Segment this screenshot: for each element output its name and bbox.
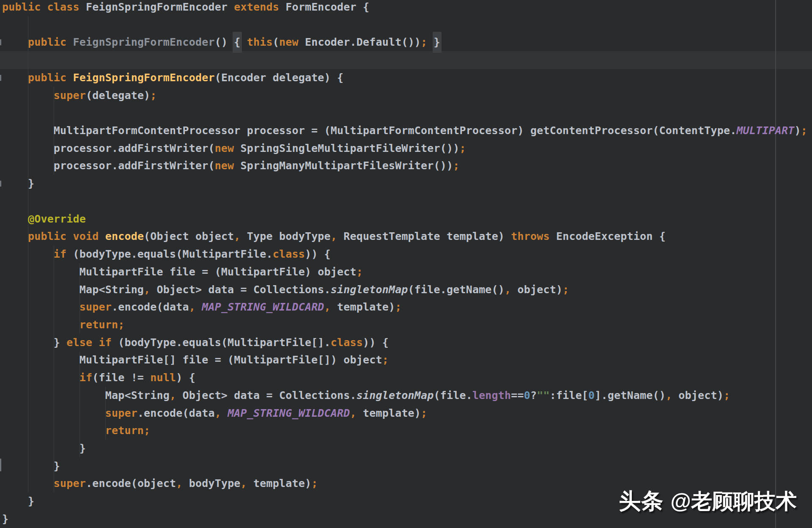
code-token: ,: [170, 389, 176, 402]
code-token: ,: [234, 230, 240, 242]
code-token: SpringSingleMultipartFileWriter()): [234, 142, 459, 154]
code-token: ,: [189, 301, 195, 313]
code-line-25: return;: [0, 422, 812, 440]
code-line-4: [0, 51, 812, 69]
code-token: if: [80, 371, 92, 384]
code-token: MAP_STRING_WILDCARD: [202, 301, 324, 313]
code-token: ;: [724, 389, 730, 402]
code-token: 0: [588, 389, 595, 402]
code-token: ,: [350, 407, 357, 419]
code-token: new: [279, 36, 299, 48]
code-token: (file.getName(): [408, 283, 505, 296]
code-token: length: [472, 389, 511, 402]
code-token: ,: [176, 477, 182, 490]
code-line-24: super.encode(data, MAP_STRING_WILDCARD, …: [0, 404, 812, 422]
code-line-21: MultipartFile[] file = (MultipartFile[])…: [0, 351, 812, 369]
code-token: template): [247, 477, 311, 490]
ide-editor: public class FeignSpringFormEncoder exte…: [0, 0, 812, 528]
code-line-12: [0, 192, 812, 210]
code-token: ==: [511, 389, 524, 402]
code-token: ) {: [176, 371, 195, 384]
code-token: Object> data = Collections.: [176, 389, 356, 402]
code-line-23: Map<String, Object> data = Collections.s…: [0, 387, 812, 404]
watermark: 头条 @老顾聊技术: [619, 487, 797, 516]
code-token: public void: [28, 230, 105, 242]
watermark-badge: 头条: [619, 487, 664, 516]
code-token: throws: [511, 230, 549, 242]
code-token: class: [273, 248, 305, 260]
code-token: MultipartFormContentProcessor processor …: [2, 124, 736, 137]
code-line-22: if(file != null) {: [0, 369, 812, 387]
code-token: }: [2, 336, 66, 349]
code-token: ;: [150, 89, 156, 102]
code-line-10: processor.addFirstWriter(new SpringManyM…: [0, 157, 812, 175]
code-token: template): [331, 301, 395, 313]
code-token: }: [2, 460, 60, 472]
code-token: ].getName(): [595, 389, 666, 402]
code-token: (: [273, 36, 279, 48]
code-line-11: }: [0, 175, 812, 192]
code-token: [2, 230, 28, 242]
code-area[interactable]: public class FeignSpringFormEncoder exte…: [0, 0, 812, 528]
code-token: if: [54, 248, 66, 260]
code-token: }: [2, 495, 34, 507]
code-token: ,: [241, 477, 247, 490]
code-token: ,: [666, 389, 672, 402]
code-token: return;: [105, 424, 151, 437]
code-token: [2, 407, 105, 419]
code-token: ;: [421, 407, 427, 419]
code-token: return;: [80, 319, 125, 331]
code-token: .encode(data: [137, 407, 215, 419]
code-token: (delegate): [86, 89, 150, 102]
code-token: super: [80, 301, 112, 313]
code-token: )) {: [305, 248, 331, 260]
code-token: Map<String: [2, 389, 170, 402]
code-token: }: [2, 442, 86, 454]
code-token: new: [215, 142, 234, 154]
code-line-17: Map<String, Object> data = Collections.s…: [0, 281, 812, 299]
watermark-handle: @老顾聊技术: [670, 487, 797, 516]
code-token: (Object object: [144, 230, 234, 242]
code-token: [2, 477, 54, 490]
code-line-7: [0, 104, 812, 122]
code-token: [221, 407, 228, 419]
code-token: singletonMap: [331, 283, 408, 296]
code-token: ;: [357, 266, 363, 278]
code-token: processor.addFirstWriter(: [2, 142, 215, 154]
code-token: }: [433, 32, 442, 53]
code-token: ;: [801, 124, 807, 137]
code-line-5: public FeignSpringFormEncoder(Encoder de…: [0, 69, 812, 87]
code-token: RequestTemplate template): [337, 230, 511, 242]
code-token: ,: [505, 283, 511, 296]
code-token: super: [105, 407, 137, 419]
code-token: .encode(data: [112, 301, 189, 313]
code-token: else if: [66, 336, 112, 349]
code-token: [2, 371, 80, 384]
code-line-1: public class FeignSpringFormEncoder exte…: [0, 0, 812, 16]
code-token: 0: [524, 389, 530, 402]
code-line-26: }: [0, 440, 812, 457]
code-token: ,: [324, 301, 331, 313]
code-token: FormEncoder {: [285, 1, 369, 13]
code-token: [2, 301, 80, 313]
code-token: .encode(object: [86, 477, 176, 490]
code-token: [2, 248, 54, 260]
code-token: Map<String: [2, 283, 144, 296]
code-token: public: [28, 36, 73, 48]
code-line-3: public FeignSpringFormEncoder() { this(n…: [0, 33, 812, 51]
code-token: MULTIPART: [736, 124, 794, 137]
code-line-20: } else if (bodyType.equals(MultipartFile…: [0, 334, 812, 352]
code-token: [2, 89, 54, 102]
code-token: ;: [453, 160, 459, 172]
code-line-19: return;: [0, 316, 812, 334]
code-token: ;: [421, 36, 427, 48]
code-token: MAP_STRING_WILDCARD: [228, 407, 350, 419]
code-line-27: }: [0, 457, 812, 475]
code-line-14: public void encode(Object object, Type b…: [0, 228, 812, 245]
code-token: Encoder.Default()): [299, 36, 421, 48]
code-token: @Override: [28, 213, 86, 225]
code-token: new: [215, 160, 234, 172]
code-token: ): [794, 124, 801, 137]
code-token: :file[: [550, 389, 588, 402]
code-token: Object> data = Collections.: [150, 283, 330, 296]
